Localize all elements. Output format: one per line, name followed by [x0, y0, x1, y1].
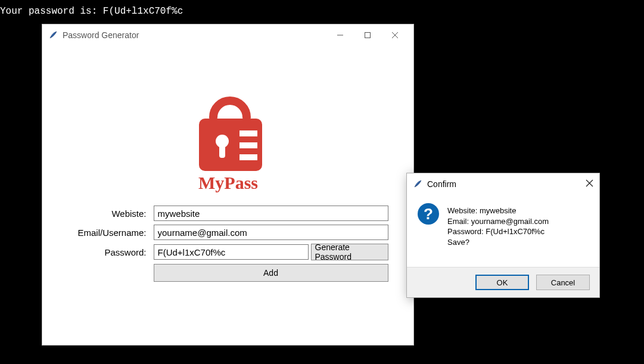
dialog-message-line: Website: mywebsite	[447, 206, 549, 216]
svg-rect-1	[365, 33, 371, 38]
ok-button[interactable]: OK	[475, 275, 529, 290]
cancel-button[interactable]: Cancel	[536, 275, 590, 290]
close-button[interactable]	[381, 26, 409, 44]
add-button[interactable]: Add	[154, 264, 388, 282]
dialog-message: Website: mywebsite Email: yourname@gmail…	[447, 203, 549, 261]
question-icon: ?	[418, 203, 439, 225]
logo-text: MyPass	[198, 173, 258, 192]
dialog-message-line: Email: yourname@gmail.com	[447, 216, 549, 227]
dialog-message-line: Save?	[447, 237, 549, 248]
feather-icon	[48, 30, 58, 40]
svg-rect-6	[219, 145, 225, 158]
dialog-close-button[interactable]	[586, 179, 593, 189]
dialog-body: ? Website: mywebsite Email: yourname@gma…	[407, 195, 599, 267]
titlebar: Password Generator	[42, 24, 413, 46]
password-generator-window: Password Generator MyP	[42, 24, 414, 346]
console-output: Your password is: F(Ud+l1xC70f%c	[0, 6, 183, 17]
maximize-button[interactable]	[354, 26, 381, 44]
svg-rect-9	[239, 154, 257, 160]
dialog-title: Confirm	[427, 179, 586, 189]
window-title: Password Generator	[63, 30, 326, 40]
logo: MyPass	[178, 64, 279, 201]
svg-rect-7	[239, 130, 257, 136]
form: Webiste: Email/Username: Password: Gener…	[68, 206, 388, 282]
dialog-titlebar: Confirm	[407, 173, 599, 195]
window-controls	[326, 26, 409, 44]
password-input[interactable]	[154, 244, 309, 260]
website-input[interactable]	[154, 206, 388, 221]
confirm-dialog: Confirm ? Website: mywebsite Email: your…	[406, 173, 600, 298]
generate-password-button[interactable]: Generate Password	[311, 244, 388, 260]
svg-rect-8	[239, 142, 257, 148]
dialog-message-line: Password: F(Ud+l1xC70f%c	[447, 226, 549, 237]
email-input[interactable]	[154, 225, 388, 240]
client-area: MyPass Webiste: Email/Username: Password…	[42, 46, 413, 306]
minimize-button[interactable]	[326, 26, 354, 44]
password-label: Password:	[68, 247, 151, 257]
website-label: Webiste:	[68, 209, 151, 219]
email-label: Email/Username:	[68, 228, 151, 238]
feather-icon	[413, 179, 422, 189]
dialog-actions: OK Cancel	[407, 267, 599, 297]
